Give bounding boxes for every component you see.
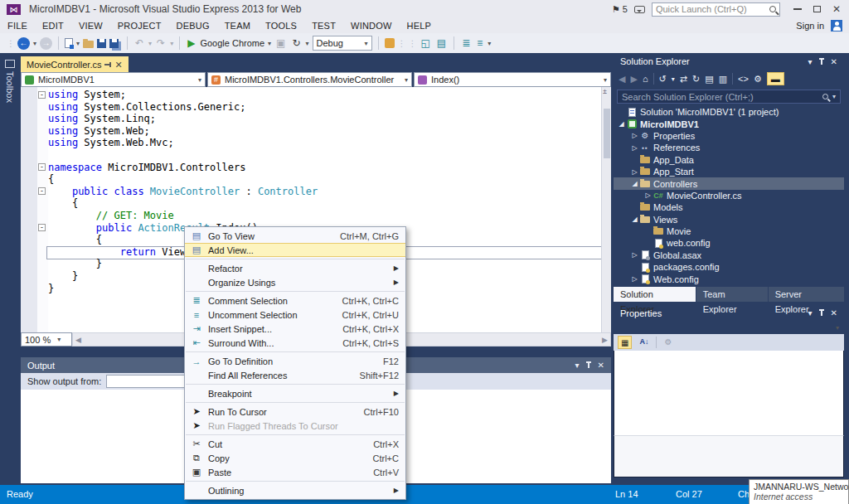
toolbox-vertical-tab[interactable]: Toolbox	[0, 58, 20, 103]
code-line[interactable]: -using System;	[21, 89, 601, 101]
tree-item-references[interactable]: ▷▪▪References	[614, 142, 844, 153]
menu-item-tools[interactable]: TOOLS	[258, 21, 304, 31]
menu-item-window[interactable]: WINDOW	[343, 21, 399, 31]
fold-collapse-icon[interactable]: -	[38, 224, 46, 231]
close-icon[interactable]: ✕	[831, 57, 837, 66]
code-line[interactable]	[21, 149, 601, 162]
tree-item-web-config[interactable]: ▷Web.config	[614, 273, 844, 284]
type-dropdown[interactable]: # MicroIMDBV1.Controllers.MovieControlle…	[207, 72, 412, 87]
code-line[interactable]: using System.Web.Mvc;	[21, 137, 601, 149]
comment-lines-icon[interactable]: ≣	[460, 36, 472, 50]
code-line[interactable]: - public class MovieController : Control…	[21, 186, 601, 198]
swap-views-icon[interactable]: ⇄	[680, 74, 687, 85]
restore-button[interactable]	[813, 6, 821, 12]
feedback-bubble-icon[interactable]	[634, 6, 645, 13]
document-tab-moviecontroller[interactable]: MovieController.cs ✕	[21, 56, 129, 72]
menu-item-test[interactable]: TEST	[304, 21, 343, 31]
code-line[interactable]: {	[21, 197, 601, 210]
uncomment-lines-icon[interactable]: ≡	[475, 36, 484, 50]
start-debugging-icon[interactable]: ▶	[186, 36, 196, 50]
browse-with-label[interactable]: Google Chrome	[200, 38, 264, 48]
properties-object-combo[interactable]: ▾	[614, 321, 844, 334]
properties-header[interactable]: Properties ▾ ✕	[614, 305, 844, 321]
tree-item-controllers[interactable]: ◢Controllers	[614, 177, 844, 189]
close-icon[interactable]: ✕	[114, 61, 122, 69]
toolbar-grip-2[interactable]: ⋮	[409, 39, 416, 48]
properties-window-icon[interactable]: ▤	[435, 36, 448, 50]
menu-item-team[interactable]: TEAM	[217, 21, 258, 31]
tree-item-app-start[interactable]: ▷App_Start	[614, 166, 844, 177]
solution-configuration-combo[interactable]: Debug ▾	[313, 36, 372, 51]
undo-dropdown[interactable]: ▾	[148, 40, 152, 47]
view-code-icon[interactable]: <>	[738, 74, 749, 84]
toolbar-options-dropdown[interactable]: ▾	[488, 40, 491, 47]
user-avatar-icon[interactable]	[831, 20, 842, 32]
tree-item-microimdbv1[interactable]: ◢MicroIMDBV1	[614, 118, 844, 129]
context-menu-item-run-to-cursor[interactable]: ➤Run To CursorCtrl+F10	[185, 405, 405, 419]
forward-icon[interactable]: ▶	[630, 74, 637, 85]
menu-item-edit[interactable]: EDIT	[35, 21, 71, 31]
context-menu-item-add-view[interactable]: ▤Add View...	[185, 243, 405, 257]
collapse-all-icon[interactable]: ▤	[705, 74, 713, 85]
preview-selected-items-button[interactable]: ▬	[767, 72, 784, 85]
save-icon[interactable]	[97, 39, 106, 48]
editor-zoom-combo[interactable]: 100 % ▾	[21, 332, 72, 346]
navigate-forward-button[interactable]: →	[40, 37, 52, 50]
properties-grid[interactable]	[614, 351, 844, 435]
project-dropdown[interactable]: MicroIMDBV1 ▾	[21, 72, 206, 87]
property-pages-icon[interactable]: ⚙	[662, 336, 674, 349]
context-menu-item-outlining[interactable]: Outlining▶	[185, 483, 405, 497]
find-in-files-icon[interactable]	[385, 38, 395, 48]
window-position-dropdown-icon[interactable]: ▾	[808, 57, 813, 66]
context-menu-item-go-to-definition[interactable]: →Go To DefinitionF12	[185, 354, 405, 368]
alphabetical-sort-button[interactable]: A↓	[637, 336, 651, 349]
chevron-down-icon[interactable]: ▾	[672, 75, 675, 83]
close-icon[interactable]: ✕	[598, 361, 604, 370]
toolbar-grip[interactable]: ⋮	[7, 39, 14, 48]
context-menu-item-cut[interactable]: ✂CutCtrl+X	[185, 437, 405, 451]
tree-item-views[interactable]: ◢Views	[614, 214, 844, 225]
pin-icon[interactable]	[104, 64, 111, 65]
menu-item-help[interactable]: HELP	[400, 21, 439, 31]
fold-collapse-icon[interactable]: -	[38, 91, 46, 99]
undo-icon[interactable]: ↶	[133, 36, 145, 50]
refresh-dropdown[interactable]: ▾	[306, 40, 309, 47]
minimize-button[interactable]	[793, 8, 802, 10]
tree-item-web-config[interactable]: web.config	[614, 237, 844, 249]
pin-icon[interactable]	[821, 309, 822, 316]
new-file-dropdown[interactable]: ▾	[76, 40, 80, 47]
toolbar-overflow[interactable]: ⋮	[398, 39, 405, 48]
solution-explorer-header[interactable]: Solution Explorer ▾ ✕	[614, 53, 844, 70]
navigate-backward-button[interactable]: ←	[17, 37, 30, 50]
notifications-flag-icon[interactable]: ⚑ 5	[612, 4, 628, 15]
window-position-dropdown-icon[interactable]: ▾	[575, 361, 580, 370]
close-button[interactable]: ✕	[832, 5, 841, 13]
refresh-icon[interactable]: ↻	[290, 36, 302, 50]
pin-icon[interactable]	[588, 361, 589, 368]
new-file-icon[interactable]	[65, 38, 73, 48]
code-line[interactable]: using System.Linq;	[21, 113, 601, 125]
code-line[interactable]: // GET: Movie	[21, 210, 601, 222]
scroll-right-arrow[interactable]: ▶	[602, 336, 608, 344]
scrollbar-thumb[interactable]	[604, 109, 610, 158]
collapsed-arrow-icon[interactable]: ▷	[630, 275, 639, 283]
code-line[interactable]: using System.Collections.Generic;	[21, 101, 601, 114]
context-menu-item-surround-with[interactable]: ⇤Surround With...Ctrl+K, Ctrl+S	[185, 336, 405, 350]
context-menu-item-find-all-references[interactable]: Find All ReferencesShift+F12	[185, 368, 405, 382]
window-position-dropdown-icon[interactable]: ▾	[808, 308, 813, 317]
context-menu-item-breakpoint[interactable]: Breakpoint▶	[185, 386, 405, 400]
collapsed-arrow-icon[interactable]: ▷	[630, 144, 639, 152]
menu-item-debug[interactable]: DEBUG	[169, 21, 217, 31]
context-menu-item-comment-selection[interactable]: ≣Comment SelectionCtrl+K, Ctrl+C	[185, 293, 405, 308]
code-line[interactable]: using System.Web;	[21, 125, 601, 138]
navigate-backward-dropdown[interactable]: ▾	[33, 40, 36, 47]
open-file-icon[interactable]	[83, 41, 94, 48]
redo-icon[interactable]: ↷	[155, 36, 167, 50]
collapsed-arrow-icon[interactable]: ▷	[630, 132, 639, 139]
expanded-arrow-icon[interactable]: ◢	[630, 180, 639, 187]
tree-item-app-data[interactable]: App_Data	[614, 154, 844, 166]
fold-collapse-icon[interactable]: -	[38, 163, 46, 171]
code-line[interactable]: -namespace MicroIMDBV1.Controllers	[21, 162, 601, 174]
quick-launch-input[interactable]: Quick Launch (Ctrl+Q)	[652, 2, 780, 17]
browse-with-dropdown[interactable]: ▾	[268, 40, 271, 47]
